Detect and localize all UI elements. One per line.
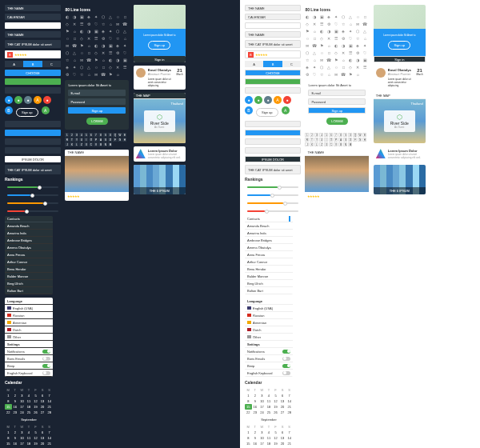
calendar-day[interactable]: 19 [272,441,279,446]
password-input[interactable]: Password [68,98,126,105]
keyboard-key[interactable]: L [314,142,318,146]
tab-a[interactable]: A [245,61,263,67]
ranking-slider[interactable] [245,200,301,206]
calendar-day[interactable]: 26 [272,410,279,415]
calendar-day[interactable]: 25 [26,410,33,415]
keyboard-key[interactable]: 5 [324,133,328,137]
calendar-day[interactable]: 10 [258,435,266,441]
keyboard-key[interactable]: P [334,138,338,142]
signin-bar[interactable]: Sign in [374,56,426,62]
calendar-day[interactable]: 19 [272,404,279,410]
menu-row-2[interactable] [245,138,301,145]
contact-item[interactable]: Amanda Beach [245,222,293,230]
keyboard-key[interactable]: C [329,142,333,146]
calendar-day[interactable]: 2 [252,393,259,398]
contact-item[interactable]: Berg Ulrich [245,280,293,287]
calendar-day[interactable]: 17 [258,404,266,410]
keyboard-key[interactable]: J [305,142,309,146]
calendar-day[interactable]: 9 [252,435,259,441]
toggle-switch[interactable] [282,371,290,375]
toggle-switch[interactable] [42,357,50,361]
calendar-day[interactable]: 5 [272,393,279,398]
contact-item[interactable]: Amarina Inda [245,230,293,237]
calendar-day[interactable]: 15 [245,404,252,410]
language-item[interactable]: Russian [245,312,293,319]
keyboard-key[interactable]: W [118,133,122,137]
calendar-day[interactable]: 9 [12,435,19,441]
settings-item[interactable]: English Keyboard [245,370,293,377]
calendar-day[interactable]: 7 [286,430,293,435]
calendar-day[interactable]: 10 [18,435,26,441]
calendar-day[interactable]: 19 [32,441,39,446]
calendar-day[interactable]: 28 [286,410,293,415]
calendar-day[interactable]: 14 [46,398,53,404]
keyboard-key[interactable]: 1 [65,133,69,137]
action-button-2[interactable] [245,87,301,94]
calendar-day[interactable]: 26 [32,410,39,415]
contact-item[interactable]: Bena Hendor [5,266,53,273]
chip-red[interactable]: ● [43,96,51,104]
contact-item[interactable]: Balder Monroe [245,273,293,280]
calendar-day[interactable]: 12 [32,435,39,441]
calendar-day[interactable]: 1 [5,430,12,435]
keyboard-key[interactable]: Y [314,138,318,142]
calendar-day[interactable]: 5 [32,430,39,435]
keyboard-key[interactable]: R [305,138,309,142]
calendar-day[interactable]: 10 [258,398,266,404]
calendar-day[interactable]: 16 [12,441,19,446]
ipsum-dolor-button[interactable]: IPSUM DOLOR [5,156,61,162]
settings-item[interactable]: Beep [245,362,293,370]
calendar-day[interactable]: 20 [39,404,46,410]
keyboard-key[interactable]: G [118,138,122,142]
language-item[interactable]: Armenian [5,319,53,326]
menu-row[interactable] [245,121,301,127]
calendar-day[interactable]: 4 [26,430,33,435]
calendar-day[interactable]: 21 [286,404,293,410]
action-button[interactable] [5,78,61,85]
ranking-slider[interactable] [245,208,301,214]
keyboard-key[interactable]: B [338,142,342,146]
email-input[interactable]: E-mail [68,90,126,96]
keyboard-key[interactable]: O [89,138,93,142]
ranking-slider[interactable] [5,184,61,190]
keyboard-key[interactable]: 1 [305,133,309,137]
calendar-day[interactable]: 13 [39,398,46,404]
calendar-day[interactable]: 3 [258,393,266,398]
calendar-day[interactable]: 7 [46,430,53,435]
contact-item[interactable]: Arthur Connor [5,258,53,266]
calendar-day[interactable]: 17 [258,441,266,446]
toggle-switch[interactable] [42,350,50,354]
calendar-day[interactable]: 22 [245,410,252,415]
keyboard-key[interactable]: V [94,142,98,146]
calendar-day[interactable]: 13 [279,435,286,441]
contact-item[interactable]: Amena Obatalya [245,244,293,251]
input-field[interactable] [245,22,301,29]
keyboard-key[interactable]: G [358,138,362,142]
action-button-2[interactable] [5,87,61,94]
keyboard-key[interactable]: X [324,142,328,146]
calendar-day[interactable]: 1 [245,393,252,398]
calendar-day[interactable]: 18 [26,441,33,446]
signup-pill[interactable]: Sign up [256,108,278,117]
calendar-day[interactable]: 7 [46,393,53,398]
settings-item[interactable]: Notifications [5,348,53,355]
calendar-day[interactable]: 19 [32,404,39,410]
calendar-day[interactable]: 4 [26,393,33,398]
calendar-day[interactable]: 18 [266,441,273,446]
ranking-slider[interactable] [5,208,61,214]
calendar-day[interactable]: 16 [252,441,259,446]
settings-item[interactable]: Boris Emails [245,355,293,362]
chip-red[interactable]: ● [283,96,291,104]
lorem-pill[interactable]: LOREM [86,118,107,125]
keyboard-key[interactable]: N [343,142,347,146]
calendar-day[interactable]: 2 [12,393,19,398]
language-item[interactable]: English (USA) [245,305,293,312]
calendar-day[interactable]: 2 [12,430,19,435]
calendar-day[interactable]: 10 [18,398,26,404]
contact-item[interactable]: Amarina Inda [5,230,53,237]
settings-item[interactable]: Beep [5,362,53,370]
calendar-day[interactable]: 11 [266,435,273,441]
calendar-day[interactable]: 15 [245,441,252,446]
keyboard-key[interactable]: U [79,138,83,142]
calendar-day[interactable]: 2 [252,430,259,435]
